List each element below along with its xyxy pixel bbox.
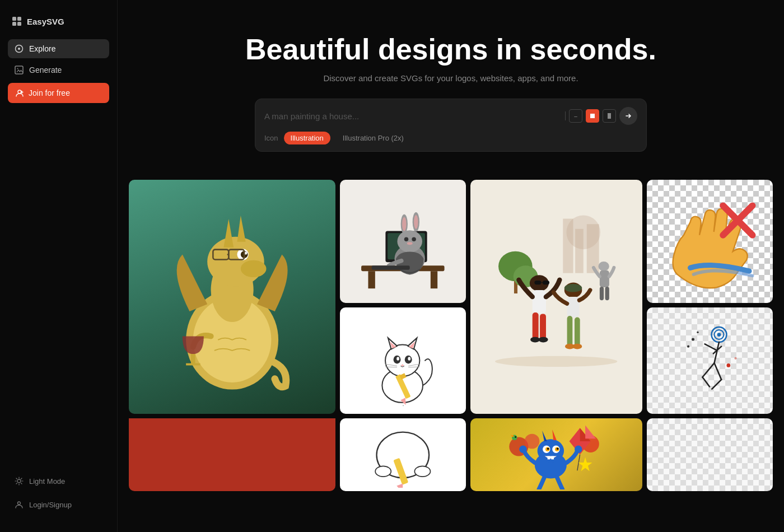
svg-rect-11 xyxy=(590,114,595,118)
search-input[interactable] xyxy=(264,111,565,121)
svg-point-72 xyxy=(495,356,617,367)
svg-point-17 xyxy=(240,260,266,277)
svg-point-109 xyxy=(735,357,737,360)
main-nav: Explore Generate Join for free xyxy=(8,39,109,103)
svg-rect-70 xyxy=(600,287,604,300)
join-button-label: Join for free xyxy=(29,88,70,97)
svg-point-9 xyxy=(17,479,21,483)
nav-login[interactable]: Login/Signup xyxy=(8,495,109,514)
svg-rect-12 xyxy=(608,113,611,119)
svg-marker-24 xyxy=(223,219,234,248)
monsters-illustration xyxy=(474,420,638,489)
svg-rect-65 xyxy=(575,318,580,347)
nav-light-mode[interactable]: Light Mode xyxy=(8,472,109,491)
login-label: Login/Signup xyxy=(29,501,72,509)
hero-subtitle: Discover and create SVGs for your logos,… xyxy=(323,73,578,83)
svg-point-134 xyxy=(520,446,527,453)
svg-line-104 xyxy=(712,380,722,389)
svg-point-86 xyxy=(409,358,410,359)
size-medium-icon xyxy=(590,113,595,119)
svg-point-85 xyxy=(398,358,399,359)
svg-point-5 xyxy=(18,48,20,50)
search-box: – xyxy=(255,99,647,152)
svg-marker-124 xyxy=(543,431,548,441)
svg-line-101 xyxy=(703,363,715,377)
svg-rect-46 xyxy=(563,219,573,273)
gallery-section xyxy=(118,169,784,532)
sidebar-bottom: Light Mode Login/Signup xyxy=(8,472,109,516)
main-content: Beautiful designs in seconds. Discover a… xyxy=(118,0,784,532)
svg-point-39 xyxy=(402,217,406,231)
svg-rect-6 xyxy=(15,66,23,74)
sidebar: EasySVG Explore Generate Join for f xyxy=(0,0,118,532)
rabbit-illustration xyxy=(346,186,460,297)
gallery-item-dragon-bottom xyxy=(129,418,335,491)
gallery-item-monsters[interactable] xyxy=(470,418,642,491)
svg-point-43 xyxy=(407,242,413,245)
svg-line-102 xyxy=(703,377,710,387)
svg-rect-64 xyxy=(567,316,573,347)
nav-explore[interactable]: Explore xyxy=(8,39,109,58)
gallery-item-runner[interactable] xyxy=(647,307,773,414)
logo-icon xyxy=(11,16,22,27)
size-large-icon xyxy=(608,113,611,119)
svg-rect-53 xyxy=(533,290,546,314)
svg-point-41 xyxy=(404,237,408,241)
svg-point-112 xyxy=(414,466,430,477)
hand-illustration xyxy=(656,189,763,294)
gallery-item-cat-bottom xyxy=(340,418,466,491)
gallery-item-dragon[interactable] xyxy=(129,180,335,414)
svg-point-56 xyxy=(530,337,540,343)
svg-point-42 xyxy=(412,237,416,241)
app-name: EasySVG xyxy=(27,17,64,26)
logo: EasySVG xyxy=(8,16,109,27)
svg-rect-1 xyxy=(17,17,21,21)
gallery-item-runner-bottom xyxy=(647,418,773,491)
explore-icon xyxy=(15,44,24,53)
svg-point-40 xyxy=(414,215,418,229)
svg-point-111 xyxy=(375,466,391,477)
svg-rect-71 xyxy=(605,287,609,300)
search-go-button[interactable] xyxy=(619,107,637,125)
svg-marker-25 xyxy=(237,215,245,241)
svg-rect-44 xyxy=(371,266,409,270)
light-mode-icon xyxy=(15,477,24,486)
svg-point-135 xyxy=(575,446,582,453)
search-divider xyxy=(565,111,566,120)
nav-generate-label: Generate xyxy=(29,66,62,74)
svg-rect-48 xyxy=(587,224,599,273)
gallery-item-dancers[interactable] xyxy=(470,180,642,414)
dancers-illustration xyxy=(479,192,633,402)
svg-point-10 xyxy=(18,502,21,505)
gallery-bottom-row xyxy=(129,418,773,491)
svg-rect-27 xyxy=(186,363,200,365)
gallery-grid xyxy=(129,180,773,414)
join-icon xyxy=(16,89,24,97)
svg-point-76 xyxy=(385,345,419,377)
svg-point-36 xyxy=(397,230,422,253)
join-for-free-button[interactable]: Join for free xyxy=(8,83,109,103)
svg-rect-30 xyxy=(431,271,437,288)
size-large-button[interactable] xyxy=(603,109,616,123)
gallery-item-hand[interactable] xyxy=(647,180,773,303)
svg-rect-132 xyxy=(548,456,550,460)
svg-rect-54 xyxy=(533,312,539,340)
filter-illustration[interactable]: Illustration xyxy=(284,132,330,144)
svg-point-68 xyxy=(598,262,609,271)
svg-line-99 xyxy=(705,344,717,351)
hero-section: Beautiful designs in seconds. Discover a… xyxy=(118,0,784,169)
size-medium-button[interactable] xyxy=(586,109,599,123)
svg-rect-29 xyxy=(368,271,375,288)
filter-illustration-pro[interactable]: Illustration Pro (2x) xyxy=(336,132,410,144)
gallery-item-rabbit[interactable] xyxy=(340,180,466,303)
svg-point-105 xyxy=(692,338,694,341)
svg-rect-59 xyxy=(543,281,549,284)
svg-rect-3 xyxy=(17,22,21,26)
svg-point-130 xyxy=(547,448,549,450)
svg-point-63 xyxy=(564,284,582,292)
svg-point-131 xyxy=(557,448,559,450)
nav-explore-label: Explore xyxy=(29,44,55,53)
size-small-button[interactable]: – xyxy=(569,109,582,123)
gallery-item-cat[interactable] xyxy=(340,307,466,414)
nav-generate[interactable]: Generate xyxy=(8,60,109,80)
